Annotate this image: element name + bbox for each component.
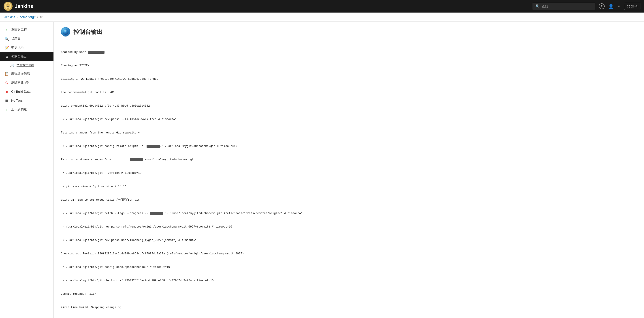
console-line-9: > /usr/local/git/bin/git --version # tim… [61,171,637,175]
console-output: Started by user Running as SYSTEM Buildi… [61,41,637,318]
redacted-url1 [146,145,160,148]
search-icon: 🔍 [536,4,540,9]
console-line-10: > git --version # 'git version 2.15.1' [61,184,637,189]
search-icon: 🔍 [4,37,9,41]
svg-point-5 [63,29,68,35]
breadcrumb: Jenkins › demo-forgit › #6 [0,13,644,22]
page-title: 控制台输出 [74,28,102,36]
console-line-7: > /usr/local/git/bin/git config remote.o… [61,144,637,148]
user-icon: 👤 [608,4,614,9]
logout-button[interactable]: ⬚ 注销 [624,3,640,10]
breadcrumb-project[interactable]: demo-forgit [20,15,35,19]
sidebar-item-edit-build-info[interactable]: 📋 编辑编译信息 [0,69,54,78]
console-line-6: Fetching changes from the remote Git rep… [61,131,637,135]
git-icon: ◆ [4,89,9,94]
console-line-19: First time build. Skipping changelog. [61,305,637,310]
logout-icon: ⬚ [627,5,630,8]
svg-point-6 [64,30,67,32]
monitor-icon: 🖥 [4,55,9,59]
redacted-fetch [150,212,163,215]
console-line-18: Commit message: "111" [61,292,637,296]
breadcrumb-build: #6 [40,15,44,19]
console-line-11: using GIT_SSH to set credentials 秘钥配置for… [61,198,637,202]
jenkins-logo[interactable]: Jenkins [4,2,33,11]
console-line-3: The recommended git tool is: NONE [61,90,637,95]
content-area: 控制台输出 Started by user Running as SYSTEM … [54,22,644,318]
breadcrumb-sep-2: › [37,16,38,19]
console-line-17: > /usr/local/git/bin/git checkout -f 090… [61,278,637,283]
svg-point-2 [7,5,8,5]
jenkins-title: Jenkins [15,3,33,9]
console-line-15: Checking out Revision 090f328513ec2c4d98… [61,251,637,256]
console-line-16: > /usr/local/git/bin/git config core.spa… [61,265,637,269]
sidebar-item-no-tags[interactable]: ▣ No Tags [0,96,54,105]
sidebar-label-console: 控制台输出 [11,55,27,59]
svg-point-1 [6,3,10,8]
jenkins-logo-icon [4,2,12,11]
search-box[interactable]: 🔍 [532,3,595,10]
sidebar-label-textview: 文本方式查看 [16,63,34,67]
sidebar-label-prev: 上一次构建 [11,108,27,112]
sidebar-item-change-log[interactable]: 📝 变更记录 [0,43,54,52]
main-layout: ↑ 返回到工程 🔍 状态集 📝 变更记录 🖥 控制台输出 📄 文本方式查看 📋 … [0,22,644,318]
clipboard-icon: 📋 [4,72,9,76]
console-line-13: > /usr/local/git/bin/git rev-parse refs/… [61,225,637,229]
sidebar-item-console-output[interactable]: 🖥 控制台输出 [0,52,54,61]
console-line-0: Started by user [61,50,637,55]
console-line-1: Running as SYSTEM [61,63,637,68]
sidebar-item-git-build-data[interactable]: ◆ Git Build Data [0,87,54,96]
notification-button[interactable]: ▼ [617,5,620,8]
arrow-up-icon: ↑ [4,28,9,32]
sidebar-label-status: 状态集 [11,37,20,41]
redacted-url2 [130,158,143,161]
sidebar: ↑ 返回到工程 🔍 状态集 📝 变更记录 🖥 控制台输出 📄 文本方式查看 📋 … [0,22,54,318]
edit-icon: 📝 [4,46,9,50]
sidebar-label-notags: No Tags [11,99,22,102]
help-button[interactable]: ? [599,3,604,9]
console-icon [61,27,70,37]
logout-label: 注销 [631,4,638,8]
svg-point-3 [8,5,10,5]
sidebar-label-git: Git Build Data [11,90,30,93]
breadcrumb-sep-1: › [17,16,18,19]
help-icon: ? [599,3,604,9]
sidebar-label-delete: 删除构建 '#6' [11,81,29,85]
console-line-14: > /usr/local/git/bin/git rev-parse user/… [61,238,637,242]
console-line-12: > /usr/local/git/bin/git fetch --tags --… [61,211,637,216]
user-button[interactable]: 👤 [608,4,614,9]
topbar-icons: ? 👤 ▼ ⬚ 注销 [599,3,640,10]
sidebar-item-text-view[interactable]: 📄 文本方式查看 [0,61,54,69]
console-line-2: Building in workspace /root/.jenkins/wor… [61,77,637,81]
prev-icon: ↑ [4,107,9,112]
delete-icon: ⊘ [4,80,9,85]
sidebar-item-status-set[interactable]: 🔍 状态集 [0,34,54,43]
sidebar-label-changelog: 变更记录 [11,46,24,50]
notification-icon: ▼ [617,5,620,8]
breadcrumb-jenkins[interactable]: Jenkins [4,15,15,19]
topbar: Jenkins 🔍 ? 👤 ▼ ⬚ 注销 [0,0,644,13]
sidebar-label-editbuild: 编辑编译信息 [11,72,30,76]
redacted-user [88,51,104,54]
sidebar-item-delete-build[interactable]: ⊘ 删除构建 '#6' [0,78,54,87]
console-line-8: Fetching upstream changes from :/usr/loc… [61,157,637,162]
sidebar-item-back-to-project[interactable]: ↑ 返回到工程 [0,25,54,34]
console-line-4: using credential 69ed4512-df0d-4b33-b9e5… [61,104,637,108]
search-input[interactable] [542,5,592,8]
console-line-5: > /usr/local/git/bin/git rev-parse --is-… [61,117,637,122]
sidebar-label-back: 返回到工程 [11,28,27,32]
sidebar-item-prev-build[interactable]: ↑ 上一次构建 [0,105,54,114]
tag-icon: ▣ [4,98,9,103]
doc-icon: 📄 [10,63,14,67]
page-title-section: 控制台输出 [61,27,637,37]
